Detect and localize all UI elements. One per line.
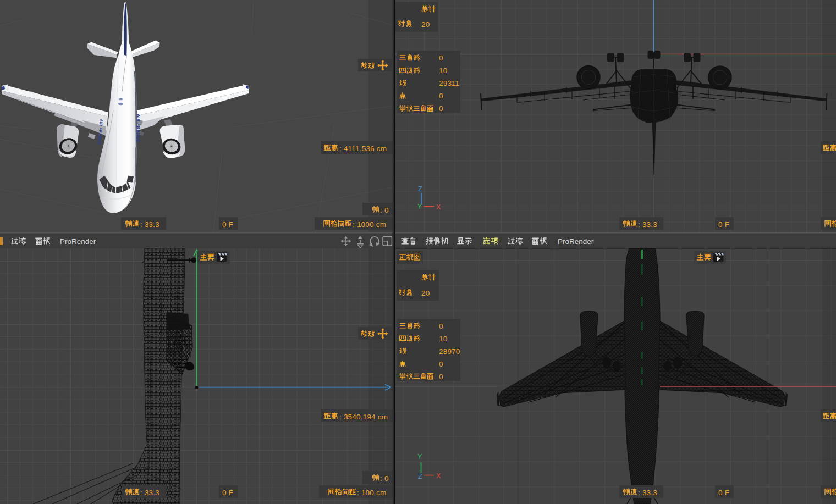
svg-text:0: 0 [439, 360, 443, 368]
svg-text:0 F: 0 F [718, 220, 729, 229]
svg-text:28970: 28970 [439, 347, 460, 356]
svg-text:0: 0 [439, 322, 443, 330]
svg-text:0 F: 0 F [222, 489, 233, 497]
svg-text:: 100 cm: : 100 cm [357, 489, 386, 497]
svg-text:29311: 29311 [439, 79, 460, 87]
svg-text:10: 10 [439, 67, 447, 75]
svg-text:: 3540.194 cm: : 3540.194 cm [339, 413, 388, 421]
svg-text:: 33.3: : 33.3 [140, 489, 160, 497]
svg-text:: 33.3: : 33.3 [638, 220, 657, 229]
svg-text:Y: Y [417, 203, 422, 211]
svg-text:ProRender: ProRender [558, 237, 594, 246]
svg-text:0: 0 [439, 54, 443, 62]
svg-text:0: 0 [439, 373, 443, 381]
svg-text:: 4111.536 cm: : 4111.536 cm [339, 145, 387, 153]
svg-text:20: 20 [421, 289, 430, 297]
svg-text:0: 0 [439, 92, 443, 100]
svg-text:: 33.3: : 33.3 [638, 489, 657, 497]
svg-text:ProRender: ProRender [60, 237, 96, 246]
svg-text:AIR FRANCE: AIR FRANCE [135, 114, 141, 143]
svg-text:: 1000 cm: : 1000 cm [353, 220, 386, 229]
svg-text:20: 20 [421, 20, 430, 29]
svg-text:Z: Z [418, 473, 422, 480]
svg-text:X: X [436, 203, 441, 211]
svg-text:X: X [436, 472, 441, 480]
svg-text:0: 0 [439, 104, 443, 113]
svg-text:: 0: : 0 [380, 474, 389, 483]
svg-text:0 F: 0 F [222, 220, 233, 229]
svg-text:0 F: 0 F [718, 489, 729, 497]
svg-text:Y: Y [417, 453, 422, 461]
svg-text:: 33.3: : 33.3 [140, 220, 160, 229]
svg-text:10: 10 [439, 335, 447, 343]
svg-text:: 0: : 0 [380, 206, 389, 214]
svg-text:Z: Z [418, 185, 422, 193]
